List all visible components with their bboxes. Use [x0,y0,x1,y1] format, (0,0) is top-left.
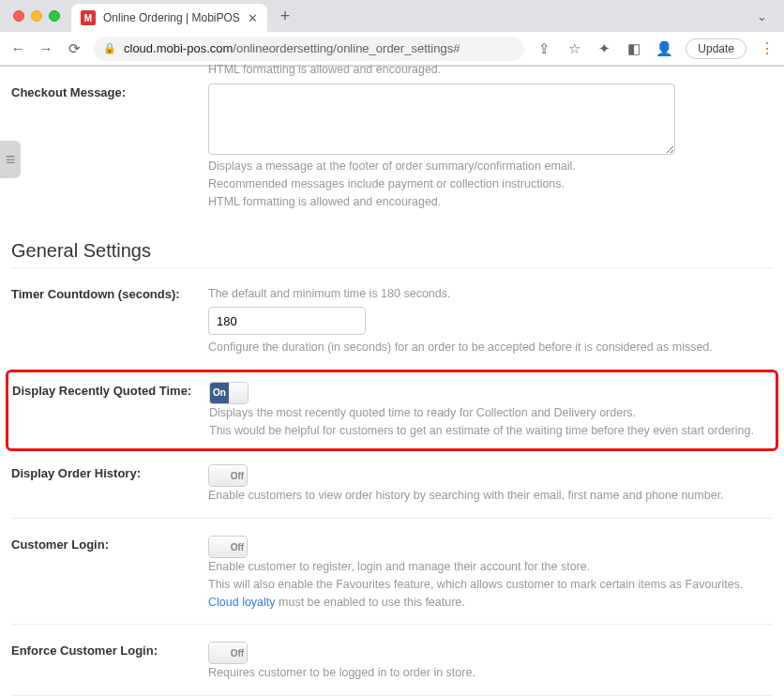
close-window[interactable] [13,10,24,22]
browser-tab[interactable]: M Online Ordering | MobiPOS ✕ [71,4,267,32]
history-toggle[interactable]: OnOff [208,464,248,487]
checkout-help: Displays a message at the footer of orde… [208,158,773,210]
menu-icon[interactable]: ⋮ [760,39,775,57]
sidepanel-icon[interactable]: ◧ [626,40,642,57]
divider [11,624,773,625]
history-help: Enable customers to view order history b… [208,487,773,505]
bookmark-icon[interactable]: ☆ [565,40,582,57]
quoted-time-toggle[interactable]: OnOff [209,382,249,404]
login-toggle[interactable]: OnOff [208,536,248,558]
tabs-menu-icon[interactable]: ⌄ [747,9,776,23]
update-button[interactable]: Update [686,38,746,59]
extensions-icon[interactable]: ✦ [596,40,612,57]
window-controls [8,10,66,22]
login-label: Customer Login: [11,536,208,611]
cloud-loyalty-link[interactable]: Cloud loyalty [208,596,276,609]
enforce-help: Requires customer to be logged in to ord… [208,664,773,682]
timer-label: Timer Countdown (seconds): [11,285,208,356]
timer-hint: The default and minimum time is 180 seco… [208,285,773,303]
enforce-login-label: Enforce Customer Login: [11,642,208,682]
prev-field-help: HTML formatting is allowed and encourage… [11,63,773,76]
timer-input[interactable] [208,307,366,335]
new-tab-button[interactable]: + [273,7,298,26]
tab-title: Online Ordering | MobiPOS [103,11,240,24]
divider [11,518,773,519]
history-label: Display Order History: [11,464,208,505]
forward-icon[interactable]: → [38,40,54,56]
share-icon[interactable]: ⇪ [535,40,552,57]
timer-help: Configure the duration (in seconds) for … [208,339,773,356]
back-icon[interactable]: ← [9,40,26,56]
highlight-quoted-time: Display Recently Quoted Time: OnOff Disp… [6,370,778,452]
quoted-time-label: Display Recently Quoted Time: [12,382,209,440]
browser-chrome: M Online Ordering | MobiPOS ✕ + ⌄ ← → ⟳ … [0,0,784,67]
url-text: cloud.mobi-pos.com/onlineordersetting/on… [124,41,460,55]
close-tab-icon[interactable]: ✕ [248,11,258,25]
enforce-login-toggle[interactable]: OnOff [208,642,248,664]
minimize-window[interactable] [31,10,42,22]
address-bar[interactable]: 🔒 cloud.mobi-pos.com/onlineordersetting/… [94,37,524,61]
side-drawer-handle[interactable]: ≡ [0,141,21,178]
profile-icon[interactable]: 👤 [656,40,672,57]
favicon: M [81,10,96,25]
login-help: Enable customer to register, login and m… [208,558,773,611]
general-settings-heading: General Settings [11,240,773,262]
lock-icon: 🔒 [103,42,116,54]
reload-icon[interactable]: ⟳ [66,40,83,57]
quoted-help: Displays the most recently quoted time t… [209,404,772,440]
checkout-message-input[interactable] [208,83,675,155]
maximize-window[interactable] [49,10,60,22]
divider [11,267,773,268]
checkout-message-label: Checkout Message: [11,83,208,210]
